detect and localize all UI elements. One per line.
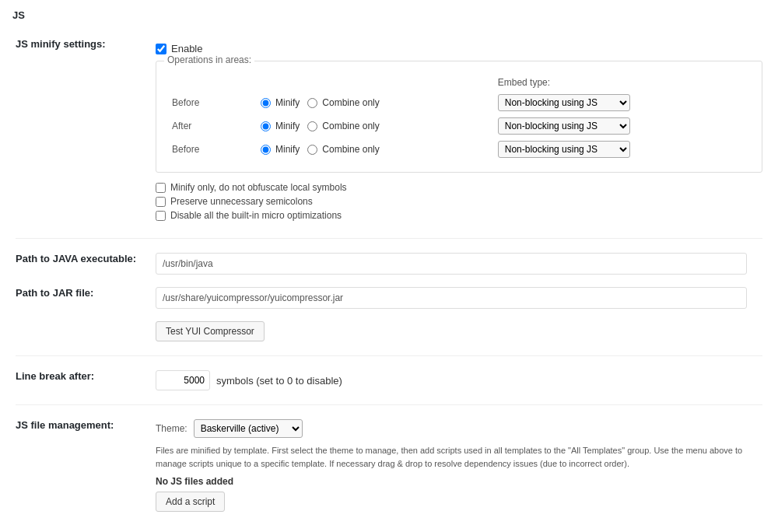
jar-path-label: Path to JAR file: xyxy=(12,281,152,315)
enable-label[interactable]: Enable xyxy=(171,43,202,54)
theme-row: Theme: Baskerville (active)Twenty Sevent… xyxy=(156,419,762,438)
combine-radio[interactable] xyxy=(307,98,317,108)
embed-type-select[interactable]: Non-blocking using JSNon-blocking using … xyxy=(498,141,630,158)
info-text: Files are minified by template. First se… xyxy=(156,444,762,470)
jar-path-input[interactable] xyxy=(156,287,747,309)
row-position: After xyxy=(167,114,234,138)
ops-row: Before Minify Combine only Non-blocking … xyxy=(167,91,751,114)
theme-label: Theme: xyxy=(156,423,187,434)
minify-radio[interactable] xyxy=(261,98,271,108)
checkbox-row: Disable all the built-in micro optimizat… xyxy=(156,210,762,221)
checkbox-row: Minify only, do not obfuscate local symb… xyxy=(156,182,762,193)
row-embed-select-cell: Non-blocking using JSNon-blocking using … xyxy=(493,138,751,161)
option-checkbox[interactable] xyxy=(156,197,166,207)
ops-table: Embed type: Before Minify Combine only xyxy=(167,74,751,161)
java-path-input[interactable] xyxy=(156,253,747,275)
row-radio-group: Minify Combine only xyxy=(251,138,493,161)
linebreak-input[interactable] xyxy=(156,370,210,390)
js-minify-label: JS minify settings: xyxy=(12,32,152,230)
option-label[interactable]: Disable all the built-in micro optimizat… xyxy=(170,210,342,221)
option-label[interactable]: Minify only, do not obfuscate local symb… xyxy=(170,182,347,193)
combine-radio[interactable] xyxy=(307,121,317,131)
linebreak-suffix: symbols (set to 0 to disable) xyxy=(216,375,342,387)
enable-checkbox[interactable] xyxy=(156,44,166,54)
theme-select[interactable]: Baskerville (active)Twenty SeventeenDefa… xyxy=(194,419,303,438)
minify-label[interactable]: Minify xyxy=(275,97,300,108)
embed-type-header: Embed type: xyxy=(493,74,751,91)
js-file-mgmt-label: JS file management: xyxy=(12,413,152,518)
combine-radio[interactable] xyxy=(307,145,317,155)
row-radio-group: Minify Combine only xyxy=(251,91,493,114)
enable-row: Enable xyxy=(156,38,762,54)
minify-label[interactable]: Minify xyxy=(275,121,300,131)
embed-type-select[interactable]: Non-blocking using JSNon-blocking using … xyxy=(498,117,630,135)
combine-label[interactable]: Combine only xyxy=(322,121,379,131)
row-embed-select-cell: Non-blocking using JSNon-blocking using … xyxy=(493,114,751,138)
row-tag xyxy=(234,91,251,114)
page-title: JS xyxy=(12,9,766,21)
minify-label[interactable]: Minify xyxy=(275,144,300,155)
checkbox-row: Preserve unnecessary semicolons xyxy=(156,196,762,207)
line-break-label: Line break after: xyxy=(12,364,152,397)
linebreak-row: symbols (set to 0 to disable) xyxy=(156,370,762,390)
row-tag xyxy=(234,114,251,138)
checkboxes-section: Minify only, do not obfuscate local symb… xyxy=(156,182,762,221)
ops-row: After Minify Combine only Non-blocking u… xyxy=(167,114,751,138)
test-yui-button[interactable]: Test YUI Compressor xyxy=(156,321,265,341)
option-checkbox[interactable] xyxy=(156,183,166,193)
java-path-label: Path to JAVA executable: xyxy=(12,247,152,281)
row-embed-select-cell: Non-blocking using JSNon-blocking using … xyxy=(493,91,751,114)
minify-radio[interactable] xyxy=(261,121,271,131)
add-script-button[interactable]: Add a script xyxy=(156,492,225,512)
minify-radio[interactable] xyxy=(261,145,271,155)
option-checkbox[interactable] xyxy=(156,211,166,221)
row-radio-group: Minify Combine only xyxy=(251,114,493,138)
row-tag xyxy=(234,138,251,161)
no-files-text: No JS files added xyxy=(156,476,762,487)
ops-legend: Operations in areas: xyxy=(164,54,254,65)
embed-type-select[interactable]: Non-blocking using JSNon-blocking using … xyxy=(498,94,630,111)
operations-box: Operations in areas: Embed type: Be xyxy=(156,61,762,173)
combine-label[interactable]: Combine only xyxy=(322,97,379,108)
row-position: Before xyxy=(167,91,234,114)
option-label[interactable]: Preserve unnecessary semicolons xyxy=(170,196,313,207)
combine-label[interactable]: Combine only xyxy=(322,144,379,155)
row-position: Before xyxy=(167,138,234,161)
ops-row: Before Minify Combine only Non-blocking … xyxy=(167,138,751,161)
